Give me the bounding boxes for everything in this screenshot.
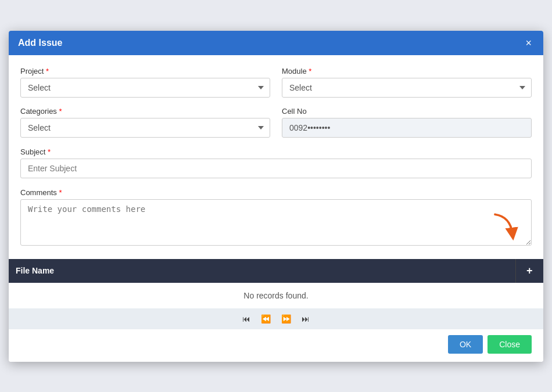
- subject-required: *: [48, 148, 51, 156]
- modal-footer: OK Close: [9, 329, 543, 362]
- modal-title: Add Issue: [18, 38, 62, 48]
- subject-input[interactable]: [20, 159, 532, 178]
- ok-button[interactable]: OK: [448, 335, 483, 354]
- add-file-button[interactable]: +: [526, 265, 533, 277]
- subject-label: Subject *: [20, 148, 51, 156]
- categories-group: Categories * Select: [20, 107, 270, 138]
- modal-header: Add Issue ×: [9, 31, 543, 55]
- cell-no-label: Cell No: [282, 107, 532, 116]
- project-label: Project *: [20, 67, 270, 75]
- project-select[interactable]: Select: [20, 78, 270, 98]
- file-table-section: File Name + No records found.: [9, 259, 543, 308]
- prev-page-button[interactable]: ⏪: [258, 313, 274, 325]
- first-page-button[interactable]: ⏮: [239, 313, 253, 325]
- module-required: *: [309, 67, 311, 75]
- project-required: *: [46, 67, 49, 75]
- comments-label: Comments *: [20, 188, 62, 197]
- module-label: Module *: [282, 67, 532, 75]
- add-issue-modal: Add Issue × Project * Select Module *: [9, 31, 543, 362]
- subject-row: Subject *: [20, 147, 532, 178]
- categories-label: Categories *: [20, 107, 270, 116]
- cell-no-input[interactable]: [282, 118, 532, 138]
- modal-body: Project * Select Module * Select: [9, 55, 543, 259]
- categories-select[interactable]: Select: [20, 118, 270, 138]
- module-group: Module * Select: [282, 67, 532, 98]
- comments-textarea[interactable]: [20, 199, 532, 246]
- project-module-row: Project * Select Module * Select: [20, 67, 532, 98]
- add-file-header: +: [515, 259, 543, 283]
- close-button[interactable]: Close: [488, 335, 532, 354]
- categories-required: *: [59, 107, 62, 116]
- modal-close-button[interactable]: ×: [523, 38, 534, 48]
- no-records-message: No records found.: [9, 283, 543, 308]
- next-page-button[interactable]: ⏩: [278, 313, 294, 325]
- cell-no-group: Cell No: [282, 107, 532, 138]
- comments-row: Comments *: [20, 188, 532, 247]
- file-table-header: File Name +: [9, 259, 543, 283]
- file-table: File Name +: [9, 259, 543, 283]
- module-select[interactable]: Select: [282, 78, 532, 98]
- file-name-header: File Name: [9, 259, 515, 283]
- last-page-button[interactable]: ⏭: [299, 313, 313, 325]
- comments-required: *: [59, 188, 62, 197]
- pagination-bar: ⏮ ⏪ ⏩ ⏭: [9, 308, 543, 329]
- categories-cellno-row: Categories * Select Cell No: [20, 107, 532, 138]
- project-group: Project * Select: [20, 67, 270, 98]
